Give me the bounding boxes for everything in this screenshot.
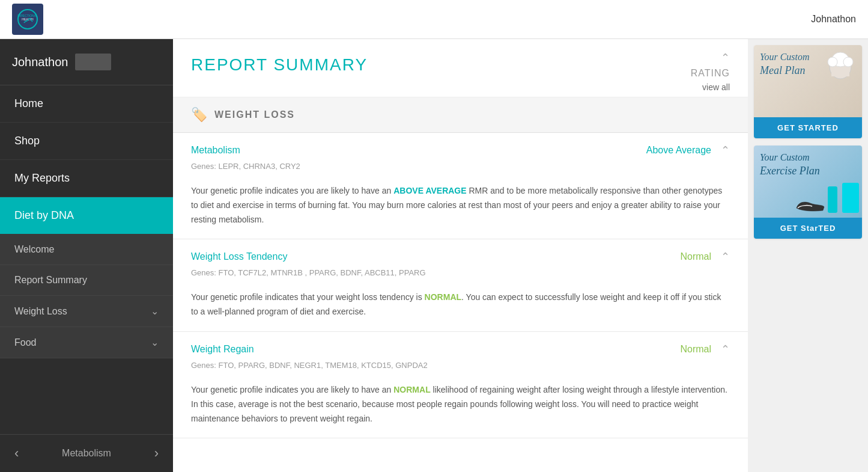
trait-wlt-name: Weight Loss Tendency [191, 251, 287, 262]
sidebar-item-home[interactable]: Home [0, 85, 173, 123]
exercise-equipment-icons [795, 183, 859, 213]
promo-exercise-button[interactable]: GET StarTED [754, 218, 862, 239]
sidebar-username-box [75, 54, 111, 70]
sidebar-sub-item-food[interactable]: Food ⌄ [0, 327, 173, 358]
header-username: Johnathon [811, 14, 856, 25]
chef-hat-icon [824, 50, 857, 83]
trait-wlt-genes: Genes: FTO, TCF7L2, MTNR1B , PPARG, BDNF… [173, 268, 748, 284]
promo-meal-button[interactable]: GET STARTED [754, 117, 862, 138]
trait-metabolism-name: Metabolism [191, 145, 240, 156]
promo-exercise-line1: Your Custom [760, 152, 820, 164]
promo-exercise-line2: Exercise Plan [760, 164, 820, 178]
promo-meal-image: Your Custom Meal Plan [754, 45, 862, 117]
top-header: DIRECTIONAL HEALTH Johnathon [0, 0, 868, 39]
logo-area: DIRECTIONAL HEALTH [12, 4, 43, 35]
svg-point-6 [843, 57, 853, 67]
report-header: REPORT SUMMARY ⌃ RATING view all [173, 39, 748, 97]
main-layout: Johnathon Home Shop My Reports Diet by D… [0, 39, 868, 472]
trait-wr-rating: Normal [680, 344, 711, 355]
trait-metabolism-header: Metabolism Above Average ⌃ [173, 133, 748, 162]
collapse-icon[interactable]: ⌃ [721, 51, 730, 64]
water-bottle-icon [828, 186, 837, 213]
sidebar: Johnathon Home Shop My Reports Diet by D… [0, 39, 173, 472]
sidebar-user-row: Johnathon [0, 39, 173, 85]
sidebar-item-my-reports[interactable]: My Reports [0, 160, 173, 197]
trait-wr-genes: Genes: FTO, PPARG, BDNF, NEGR1, TMEM18, … [173, 361, 748, 377]
trait-wr-header: Weight Regain Normal ⌃ [173, 332, 748, 361]
trait-wlt-collapse[interactable]: ⌃ [721, 250, 730, 263]
trait-wr-description: Your genetic profile indicates you are l… [173, 377, 748, 438]
sidebar-username: Johnathon [12, 55, 68, 69]
weight-loss-icon: 🏷️ [191, 107, 207, 123]
chevron-down-icon: ⌄ [151, 337, 159, 348]
right-panel: Your Custom Meal Plan GET STARTED [748, 39, 868, 472]
sidebar-item-shop[interactable]: Shop [0, 123, 173, 160]
content-area: REPORT SUMMARY ⌃ RATING view all 🏷️ WEIG… [173, 39, 748, 472]
sidebar-footer: ‹ Metabolism › [0, 434, 173, 472]
promo-meal-line2: Meal Plan [760, 64, 810, 78]
svg-point-5 [828, 57, 837, 67]
promo-meal-line1: Your Custom [760, 51, 810, 64]
trait-wlt-rating: Normal [680, 251, 711, 262]
svg-rect-7 [831, 70, 849, 76]
shoes-icon [795, 195, 825, 213]
trait-metabolism-genes: Genes: LEPR, CHRNA3, CRY2 [173, 162, 748, 178]
sidebar-sub-item-report-summary[interactable]: Report Summary [0, 265, 173, 296]
trait-metabolism-right: Above Average ⌃ [646, 144, 730, 157]
chevron-down-icon: ⌄ [151, 305, 159, 317]
trait-wr-right: Normal ⌃ [680, 343, 730, 356]
prev-nav-arrow[interactable]: ‹ [14, 446, 19, 461]
trait-metabolism-rating: Above Average [646, 145, 711, 156]
trait-weight-regain: Weight Regain Normal ⌃ Genes: FTO, PPARG… [173, 332, 748, 438]
above-average-highlight: ABOVE AVERAGE [393, 186, 466, 195]
app-logo: DIRECTIONAL HEALTH [12, 4, 43, 35]
weight-loss-section-header: 🏷️ WEIGHT LOSS [173, 97, 748, 133]
sidebar-scroll: Johnathon Home Shop My Reports Diet by D… [0, 39, 173, 434]
promo-meal-text: Your Custom Meal Plan [760, 51, 810, 78]
report-title: REPORT SUMMARY [191, 55, 368, 75]
normal-highlight-wlt: NORMAL [425, 292, 461, 302]
trait-wlt-header: Weight Loss Tendency Normal ⌃ [173, 239, 748, 268]
bottom-nav-text: Metabolism [62, 448, 111, 459]
trait-wr-name: Weight Regain [191, 344, 254, 355]
trait-metabolism: Metabolism Above Average ⌃ Genes: LEPR, … [173, 133, 748, 239]
section-title: WEIGHT LOSS [214, 109, 295, 120]
trait-metabolism-collapse[interactable]: ⌃ [721, 144, 730, 157]
trait-wlt-right: Normal ⌃ [680, 250, 730, 263]
rating-label: RATING [691, 68, 730, 79]
sidebar-item-diet-by-dna[interactable]: Diet by DNA [0, 197, 173, 234]
trait-wr-collapse[interactable]: ⌃ [721, 343, 730, 356]
sidebar-sub-item-weight-loss[interactable]: Weight Loss ⌄ [0, 296, 173, 327]
trait-wlt-description: Your genetic profile indicates that your… [173, 284, 748, 331]
trait-metabolism-description: Your genetic profile indicates you are l… [173, 178, 748, 239]
promo-exercise-image: Your Custom Exercise Plan [754, 146, 862, 218]
normal-highlight-wr: NORMAL [393, 385, 430, 394]
sidebar-sub-item-welcome[interactable]: Welcome [0, 234, 173, 265]
towel-icon [842, 183, 859, 213]
next-nav-arrow[interactable]: › [154, 446, 159, 461]
promo-meal-plan: Your Custom Meal Plan GET STARTED [754, 45, 862, 138]
view-all-link[interactable]: view all [702, 82, 730, 92]
promo-exercise-plan: Your Custom Exercise Plan GET StarTED [754, 146, 862, 239]
trait-weight-loss-tendency: Weight Loss Tendency Normal ⌃ Genes: FTO… [173, 239, 748, 332]
promo-exercise-text: Your Custom Exercise Plan [760, 152, 820, 178]
